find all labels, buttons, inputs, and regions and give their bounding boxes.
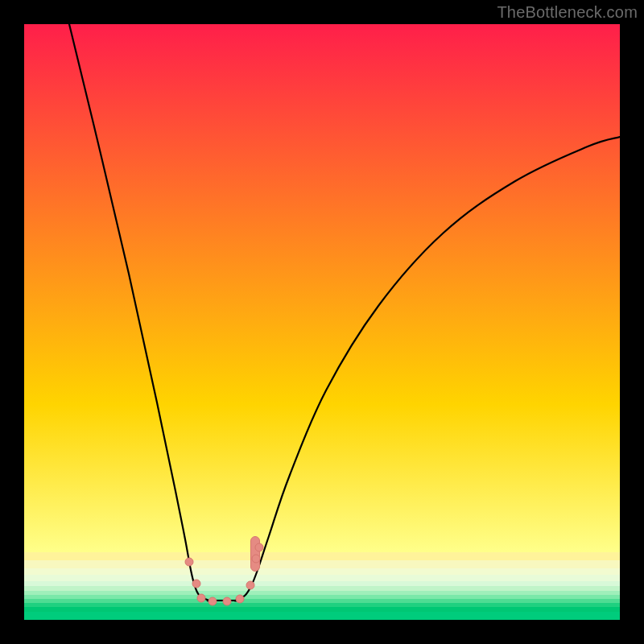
- marker-dot-2: [197, 594, 205, 602]
- curve-layer: [24, 24, 620, 620]
- marker-dot-1: [192, 580, 200, 588]
- marker-dot-6: [246, 581, 254, 589]
- watermark-label: TheBottleneck.com: [497, 3, 638, 22]
- marker-dot-8: [255, 543, 263, 551]
- chart-frame: TheBottleneck.com: [0, 0, 644, 644]
- marker-dot-0: [185, 558, 193, 566]
- bottleneck-curve: [69, 24, 620, 601]
- plot-area: [24, 24, 620, 620]
- marker-dot-5: [236, 595, 244, 603]
- marker-dot-7: [252, 555, 260, 563]
- marker-dot-3: [208, 597, 217, 605]
- marker-capsule-0: [251, 537, 260, 572]
- marker-dot-4: [223, 597, 231, 605]
